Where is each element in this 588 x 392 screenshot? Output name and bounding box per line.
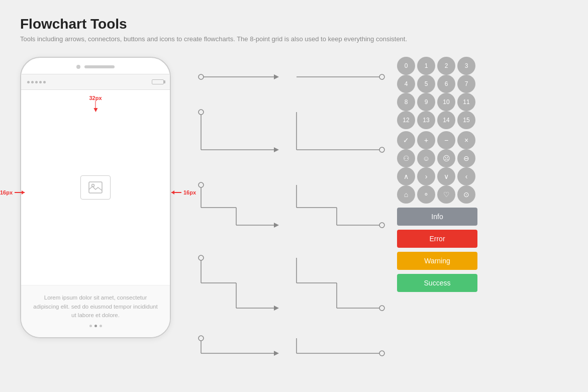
- svg-point-9: [199, 182, 204, 187]
- number-circle[interactable]: 8: [397, 93, 415, 111]
- sad-icon[interactable]: ☹: [437, 149, 455, 167]
- status-dot: [43, 81, 46, 83]
- number-circle[interactable]: 5: [417, 75, 435, 93]
- number-circle[interactable]: 14: [437, 111, 455, 129]
- status-dot: [31, 81, 34, 83]
- error-button[interactable]: Error: [397, 230, 477, 248]
- icon-row: ⚇☺☹⊖: [397, 149, 477, 167]
- svg-point-15: [199, 255, 204, 260]
- right-section: 0123456789101112131415 ✓+−×⚇☺☹⊖∧›∨‹⌂⚬♡⊙ …: [397, 57, 477, 292]
- status-dot: [35, 81, 38, 83]
- number-circle[interactable]: 1: [417, 57, 435, 75]
- number-circle[interactable]: 15: [457, 111, 475, 129]
- svg-marker-24: [274, 351, 279, 356]
- svg-marker-4: [274, 74, 279, 79]
- svg-point-39: [379, 306, 384, 311]
- number-circle[interactable]: 9: [417, 93, 435, 111]
- success-button[interactable]: Success: [397, 274, 477, 292]
- number-circle[interactable]: 2: [437, 57, 455, 75]
- svg-point-5: [199, 110, 204, 115]
- main-content: Lorem ipsum dolor sit amet, consectetur …: [20, 57, 568, 363]
- phone-footer-text: Lorem ipsum dolor sit amet, consectetur …: [31, 293, 160, 320]
- arrow-h-line-left: [15, 192, 25, 193]
- svg-point-29: [379, 147, 384, 152]
- warning-button[interactable]: Warning: [397, 252, 477, 270]
- phone-wrapper: Lorem ipsum dolor sit amet, consectetur …: [20, 57, 171, 338]
- svg-point-2: [199, 74, 204, 79]
- status-dots: [27, 81, 46, 83]
- number-circle[interactable]: 7: [457, 75, 475, 93]
- label-16px-left: 16px: [0, 189, 25, 195]
- connectors-right-svg: [291, 62, 392, 363]
- phone-content: [21, 90, 170, 285]
- svg-marker-8: [274, 147, 279, 152]
- number-circle[interactable]: 11: [457, 93, 475, 111]
- connectors-left-svg: [196, 62, 286, 363]
- svg-marker-20: [274, 306, 279, 311]
- number-row: 12131415: [397, 111, 477, 129]
- plus-icon[interactable]: +: [417, 131, 435, 149]
- check-icon[interactable]: ✓: [397, 131, 415, 149]
- left-icon[interactable]: ‹: [457, 167, 475, 185]
- icon-grid: ✓+−×⚇☺☹⊖∧›∨‹⌂⚬♡⊙: [397, 131, 477, 204]
- right-icon[interactable]: ›: [417, 167, 435, 185]
- neutral-icon[interactable]: ⊖: [457, 149, 475, 167]
- search-icon[interactable]: ⊙: [457, 185, 475, 204]
- svg-point-42: [379, 351, 384, 356]
- phone-footer: Lorem ipsum dolor sit amet, consectetur …: [21, 285, 170, 337]
- phone-top: [21, 58, 170, 74]
- number-grid: 0123456789101112131415: [397, 57, 477, 129]
- phone-camera: [76, 65, 80, 69]
- svg-point-21: [199, 336, 204, 341]
- page-title: Flowchart Tools: [20, 16, 568, 32]
- number-circle[interactable]: 12: [397, 111, 415, 129]
- number-circle[interactable]: 0: [397, 57, 415, 75]
- connectors-right: [291, 62, 382, 363]
- dot-ind: [89, 325, 92, 327]
- label-16px-right-text: 16px: [183, 189, 196, 195]
- phone-image-placeholder: [80, 175, 111, 200]
- svg-marker-14: [274, 223, 279, 228]
- connectors-left: [196, 62, 286, 363]
- bell-icon[interactable]: ⚬: [417, 185, 435, 204]
- up-icon[interactable]: ∧: [397, 167, 415, 185]
- number-row: 891011: [397, 93, 477, 111]
- down-icon[interactable]: ∨: [437, 167, 455, 185]
- phone-status-bar: [21, 74, 170, 90]
- user-icon[interactable]: ⚇: [397, 149, 415, 167]
- heart-icon[interactable]: ♡: [437, 185, 455, 204]
- icon-row: ⌂⚬♡⊙: [397, 185, 477, 204]
- status-dot: [39, 81, 42, 83]
- number-circle[interactable]: 13: [417, 111, 435, 129]
- dot-ind-active: [94, 325, 97, 327]
- number-row: 4567: [397, 75, 477, 93]
- svg-point-26: [379, 74, 384, 79]
- icon-row: ∧›∨‹: [397, 167, 477, 185]
- status-buttons[interactable]: Info Error Warning Success: [397, 208, 477, 292]
- home-icon[interactable]: ⌂: [397, 185, 415, 204]
- phone-mockup: Lorem ipsum dolor sit amet, consectetur …: [20, 57, 171, 338]
- status-battery: [152, 79, 164, 84]
- minus-icon[interactable]: −: [437, 131, 455, 149]
- phone-speaker: [84, 65, 115, 68]
- number-circle[interactable]: 4: [397, 75, 415, 93]
- info-button[interactable]: Info: [397, 208, 477, 226]
- close-icon[interactable]: ×: [457, 131, 475, 149]
- svg-point-34: [379, 223, 384, 228]
- arrow-h-line-right: [171, 192, 181, 193]
- number-circle[interactable]: 3: [457, 57, 475, 75]
- page-subtitle: Tools including arrows, connectors, butt…: [20, 35, 568, 43]
- phone-dot-indicator: [31, 325, 160, 327]
- status-dot: [27, 81, 30, 83]
- dot-ind: [100, 325, 102, 327]
- icon-row: ✓+−×: [397, 131, 477, 149]
- happy-icon[interactable]: ☺: [417, 149, 435, 167]
- number-row: 0123: [397, 57, 477, 75]
- label-16px-left-text: 16px: [0, 189, 13, 195]
- number-circle[interactable]: 10: [437, 93, 455, 111]
- number-circle[interactable]: 6: [437, 75, 455, 93]
- label-16px-right: 16px: [171, 189, 196, 195]
